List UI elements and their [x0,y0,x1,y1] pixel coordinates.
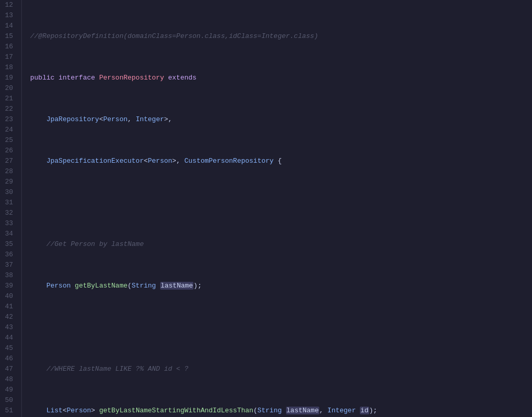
line-num-17: 17 [0,52,17,62]
line-num-47: 47 [0,364,17,374]
line-num-42: 42 [0,312,17,322]
line-num-26: 26 [0,146,17,156]
line-num-51: 51 [0,406,17,416]
line-num-41: 41 [0,302,17,312]
line-num-23: 23 [0,114,17,125]
line-num-29: 29 [0,177,17,187]
line-num-34: 34 [0,229,17,239]
line-num-31: 31 [0,198,17,208]
line-num-35: 35 [0,239,17,250]
line-num-33: 33 [0,218,17,229]
code-line-16 [30,198,532,208]
line-num-36: 36 [0,250,17,260]
line-number-gutter: 12 13 14 15 16 17 18 19 20 21 22 23 24 2… [0,0,22,417]
line-num-13: 13 [0,10,17,21]
line-num-38: 38 [0,270,17,281]
code-lines[interactable]: //@RepositoryDefinition(domainClass=Pers… [22,0,532,417]
code-line-13: public interface PersonRepository extend… [30,73,532,83]
line-num-21: 21 [0,94,17,104]
line-num-37: 37 [0,260,17,270]
line-num-16: 16 [0,42,17,52]
line-num-50: 50 [0,395,17,406]
line-num-46: 46 [0,354,17,364]
line-num-18: 18 [0,62,17,73]
line-num-25: 25 [0,135,17,146]
code-line-15: JpaSpecificationExecutor<Person>, Custom… [30,156,532,166]
code-line-12: //@RepositoryDefinition(domainClass=Pers… [30,31,532,42]
line-num-44: 44 [0,333,17,343]
code-line-19 [30,322,532,333]
line-num-32: 32 [0,208,17,218]
line-num-20: 20 [0,83,17,94]
code-line-17: //Get Person by lastName [30,239,532,250]
line-num-45: 45 [0,343,17,354]
code-line-14: JpaRepository<Person, Integer>, [30,114,532,125]
line-num-30: 30 [0,187,17,198]
line-num-40: 40 [0,291,17,302]
code-editor: 12 13 14 15 16 17 18 19 20 21 22 23 24 2… [0,0,532,417]
line-num-22: 22 [0,104,17,114]
line-num-43: 43 [0,322,17,333]
line-num-19: 19 [0,73,17,83]
line-num-39: 39 [0,281,17,291]
code-line-20: //WHERE lastName LIKE ?% AND id < ? [30,364,532,374]
code-line-21: List<Person> getByLastNameStartingWithAn… [30,406,532,416]
line-num-14: 14 [0,21,17,31]
code-line-18: Person getByLastName(String lastName); [30,281,532,291]
line-num-15: 15 [0,31,17,42]
line-num-12: 12 [0,0,17,10]
line-num-48: 48 [0,374,17,385]
line-num-49: 49 [0,385,17,395]
line-num-27: 27 [0,156,17,166]
line-num-28: 28 [0,166,17,177]
line-num-24: 24 [0,125,17,135]
